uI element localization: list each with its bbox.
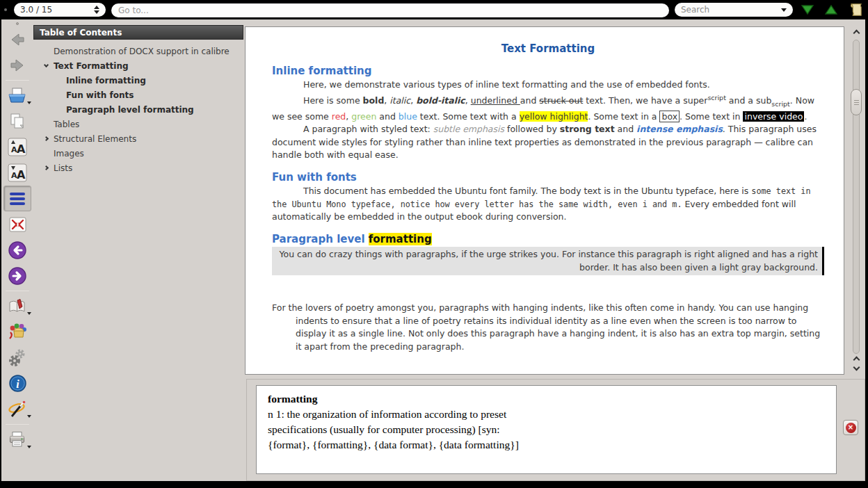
bookmarks-button[interactable] xyxy=(3,293,31,319)
paragraph: This document has embedded the Ubuntu fo… xyxy=(272,185,824,224)
metadata-button[interactable]: i xyxy=(3,371,31,396)
text-span: and a sub xyxy=(726,95,771,106)
close-icon: × xyxy=(846,423,856,433)
preferences-colors-button[interactable] xyxy=(3,319,31,345)
formatted-span-b: strong text xyxy=(560,124,615,134)
toc-item-label: Structural Elements xyxy=(54,134,136,144)
print-button[interactable] xyxy=(3,427,31,453)
font-size-larger-button[interactable]: A A xyxy=(3,134,31,160)
formatted-span-i: italic xyxy=(389,95,410,106)
toc-item[interactable]: Tables xyxy=(33,117,243,131)
formatted-span-blue: blue xyxy=(399,111,417,122)
toc-header: Table of Contents xyxy=(33,25,243,40)
goto-input[interactable] xyxy=(111,3,669,17)
svg-text:i: i xyxy=(16,378,19,390)
chevron-right-icon[interactable] xyxy=(44,136,49,141)
search-combobox[interactable]: Search xyxy=(675,3,793,17)
dictionary-headword: formatting xyxy=(268,391,825,407)
chevron-down-icon[interactable] xyxy=(27,312,31,315)
toc-item[interactable]: Demonstration of DOCX support in calibre xyxy=(33,44,243,58)
info-icon: i xyxy=(8,374,27,393)
font-size-smaller-button[interactable]: A A xyxy=(3,160,31,186)
section-heading-fun-with-fonts: Fun with fonts xyxy=(272,171,824,184)
ebook-page: Text Formatting Inline formatting Here, … xyxy=(245,26,844,375)
spinner-arrows[interactable] xyxy=(94,6,99,14)
text-span: . Some text in a xyxy=(588,111,659,122)
toc-item[interactable]: Text Formatting xyxy=(33,58,243,73)
toc-item[interactable]: Structural Elements xyxy=(33,131,243,146)
find-next-button[interactable] xyxy=(798,4,817,15)
page-spinner-value: 3.0 / 15 xyxy=(20,5,52,15)
text-span: followed by xyxy=(504,124,560,134)
toc-header-label: Table of Contents xyxy=(40,28,122,38)
top-toolbar: 3.0 / 15 Search xyxy=(0,0,868,19)
find-next-icon xyxy=(800,4,815,15)
scroll-up-icon[interactable] xyxy=(853,357,860,364)
search-placeholder: Search xyxy=(681,5,709,15)
scrollbar-track[interactable] xyxy=(853,40,860,354)
toolbar-grip xyxy=(16,22,19,25)
scroll-down-icon[interactable] xyxy=(853,364,860,371)
separator xyxy=(6,80,29,81)
formatted-span-sub: script xyxy=(771,99,789,107)
chevron-down-icon[interactable] xyxy=(27,446,31,448)
chevron-down-icon[interactable] xyxy=(27,415,31,418)
text-span: This document has embedded the Ubuntu fo… xyxy=(303,186,751,196)
toc-item[interactable]: Lists xyxy=(33,161,243,175)
scrollbar-thumb[interactable] xyxy=(851,89,862,115)
document-title: Text Formatting xyxy=(272,42,824,56)
preferences-button[interactable] xyxy=(3,345,31,371)
table-of-contents-icon xyxy=(10,193,25,205)
page-spinner[interactable]: 3.0 / 15 xyxy=(14,3,106,17)
search-highlight: formatting xyxy=(369,233,432,245)
fullscreen-button[interactable] xyxy=(3,211,31,237)
formatted-span-bi: bold-italic xyxy=(416,95,465,106)
text-span: , xyxy=(410,95,416,106)
preferences-gears-icon xyxy=(8,348,27,368)
chevron-down-icon[interactable] xyxy=(781,8,787,12)
formatted-span-u: underlined xyxy=(471,95,520,106)
fullscreen-icon xyxy=(8,215,27,234)
main-window: A A A A xyxy=(1,19,865,481)
separator xyxy=(6,291,29,291)
copy-button[interactable] xyxy=(3,108,31,134)
lookup-button[interactable] xyxy=(3,396,31,422)
text-span: and xyxy=(615,124,636,134)
chevron-right-icon[interactable] xyxy=(44,165,49,170)
formatted-span-b: bold xyxy=(363,95,385,106)
toggle-paged-mode-button[interactable] xyxy=(846,1,864,18)
toc-item[interactable]: Inline formatting xyxy=(33,73,243,88)
text-span: text. Then, we have a super xyxy=(583,95,707,106)
paragraph: A paragraph with styled text: subtle emp… xyxy=(272,123,824,162)
formatted-span-strike: struck out xyxy=(539,95,583,106)
chevron-down-icon[interactable] xyxy=(44,63,49,67)
toc-item[interactable]: Fun with fonts xyxy=(33,88,243,102)
formatted-span-box: box xyxy=(659,111,680,122)
back-button[interactable] xyxy=(3,26,31,52)
forward-button[interactable] xyxy=(3,52,31,78)
toc-item[interactable]: Images xyxy=(33,146,243,161)
text-span: and xyxy=(520,95,540,106)
open-ebook-icon xyxy=(8,87,27,105)
definition-line: {format}, {formatting}, {data format}, {… xyxy=(268,437,825,453)
previous-section-button[interactable] xyxy=(3,237,31,263)
toc-item-label: Paragraph level formatting xyxy=(66,105,194,115)
spinner-down-icon[interactable] xyxy=(94,10,99,14)
svg-text:A: A xyxy=(17,168,26,181)
print-icon xyxy=(8,430,27,450)
open-ebook-button[interactable] xyxy=(3,83,31,108)
find-previous-button[interactable] xyxy=(822,4,840,15)
formatted-span-intense: intense emphasis xyxy=(636,124,723,134)
chevron-down-icon[interactable] xyxy=(27,101,31,104)
separator xyxy=(6,424,29,425)
preferences-colors-icon xyxy=(8,323,27,342)
vertical-scrollbar[interactable] xyxy=(847,26,865,375)
spinner-up-icon[interactable] xyxy=(94,6,99,9)
next-section-button[interactable] xyxy=(3,263,31,288)
table-of-contents-button[interactable] xyxy=(3,186,31,211)
scroll-up-icon[interactable] xyxy=(853,30,860,37)
text-span: text. Some text with a xyxy=(417,111,520,122)
toc-item[interactable]: Paragraph level formatting xyxy=(33,102,243,117)
content-area: Text Formatting Inline formatting Here, … xyxy=(243,19,865,481)
close-dictionary-button[interactable]: × xyxy=(843,420,858,435)
